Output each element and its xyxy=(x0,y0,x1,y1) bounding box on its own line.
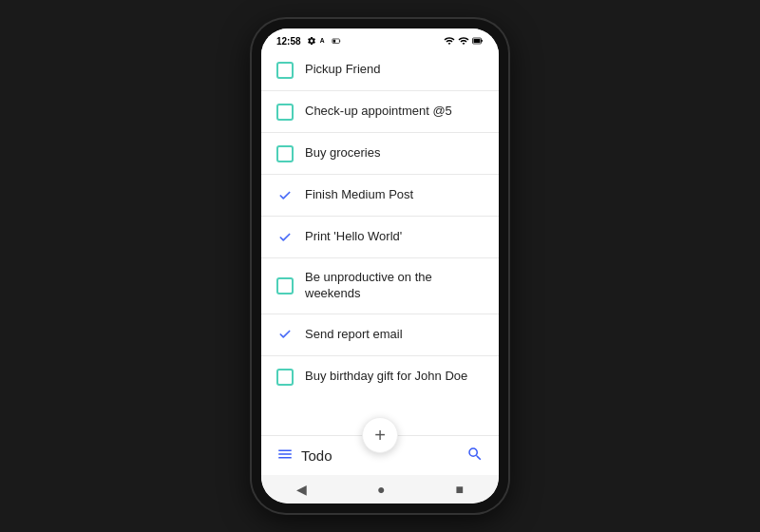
svg-rect-6 xyxy=(474,39,481,43)
checkmark-icon xyxy=(278,231,292,244)
todo-text: Buy birthday gift for John Doe xyxy=(305,369,467,385)
list-item[interactable]: Buy groceries xyxy=(261,133,499,175)
recent-button[interactable]: ■ xyxy=(456,482,464,497)
list-item[interactable]: Print 'Hello World' xyxy=(261,217,499,258)
list-item[interactable]: Pickup Friend xyxy=(261,49,499,91)
todo-text: Check-up appointment @5 xyxy=(305,104,452,120)
status-time: 12:58 xyxy=(276,36,301,47)
battery-status-icon xyxy=(472,35,484,47)
todo-list: Pickup Friend Check-up appointment @5 Bu… xyxy=(261,49,499,435)
home-button[interactable]: ● xyxy=(377,482,385,497)
fab-plus-icon: + xyxy=(374,425,386,446)
list-item[interactable]: Finish Medium Post xyxy=(261,175,499,217)
svg-rect-3 xyxy=(332,40,335,43)
back-button[interactable]: ◀ xyxy=(296,482,307,497)
checkbox-checked[interactable] xyxy=(276,187,294,204)
checkbox-unchecked[interactable] xyxy=(276,62,294,79)
checkbox-unchecked[interactable] xyxy=(276,277,294,294)
bottom-bar: + Todo xyxy=(261,435,499,475)
status-bar: 12:58 A xyxy=(261,28,499,49)
hamburger-icon[interactable] xyxy=(276,446,294,466)
checkbox-unchecked[interactable] xyxy=(276,145,294,162)
app-title: Todo xyxy=(301,447,332,464)
status-battery-left-icon xyxy=(332,36,341,46)
checkbox-unchecked[interactable] xyxy=(276,369,294,386)
menu-icon xyxy=(276,446,294,463)
svg-rect-5 xyxy=(482,40,483,43)
checkmark-icon xyxy=(278,328,292,341)
wifi-icon xyxy=(444,35,455,47)
search-icon[interactable] xyxy=(466,446,484,466)
phone-frame: 12:58 A Pickup Friend xyxy=(252,19,508,513)
todo-text: Pickup Friend xyxy=(305,62,380,78)
phone-screen: 12:58 A Pickup Friend xyxy=(261,28,499,504)
list-item[interactable]: Be unproductive on the weekends xyxy=(261,258,499,314)
todo-text: Be unproductive on the weekends xyxy=(305,270,484,302)
checkbox-checked[interactable] xyxy=(276,326,294,343)
settings-icon xyxy=(307,36,316,46)
a-icon: A xyxy=(319,36,329,46)
svg-rect-2 xyxy=(339,40,340,42)
todo-text: Buy groceries xyxy=(305,145,380,162)
todo-text: Finish Medium Post xyxy=(305,187,413,203)
checkbox-unchecked[interactable] xyxy=(276,104,294,121)
signal-icon xyxy=(458,35,469,47)
list-item[interactable]: Buy birthday gift for John Doe xyxy=(261,356,499,398)
list-item[interactable]: Check-up appointment @5 xyxy=(261,91,499,133)
checkmark-icon xyxy=(278,189,292,202)
search-svg-icon xyxy=(466,446,484,463)
checkbox-checked[interactable] xyxy=(276,229,294,246)
list-item[interactable]: Send report email xyxy=(261,314,499,356)
todo-text: Send report email xyxy=(305,327,403,343)
status-icons-right xyxy=(444,35,484,47)
svg-text:A: A xyxy=(319,37,324,44)
todo-text: Print 'Hello World' xyxy=(305,229,402,245)
fab-add-button[interactable]: + xyxy=(362,417,398,453)
nav-bar: ◀ ● ■ xyxy=(261,475,499,504)
